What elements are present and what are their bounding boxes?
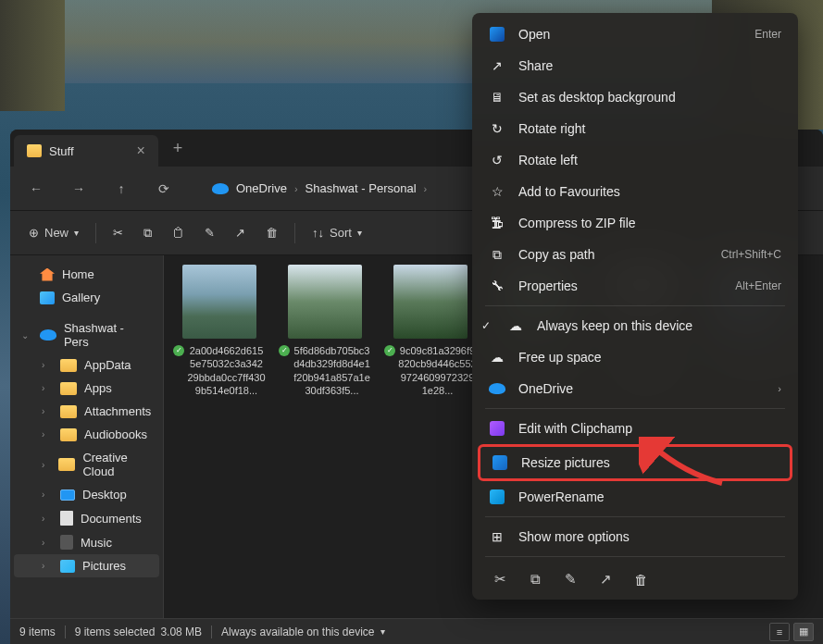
ctx-label: PowerRename [518, 489, 605, 504]
sidebar-label: Creative Cloud [82, 451, 152, 478]
rotate-right-icon: ↻ [489, 120, 505, 137]
ctx-always-keep[interactable]: ✓ ☁ Always keep on this device [478, 310, 792, 341]
chevron-right-icon[interactable]: › [42, 360, 53, 370]
ctx-show-more[interactable]: ⊞ Show more options [478, 521, 792, 552]
share-button[interactable]: ↗ [596, 570, 615, 588]
sidebar-item-home[interactable]: Home [14, 263, 159, 286]
close-tab-icon[interactable]: × [137, 142, 145, 159]
ctx-rotate-right[interactable]: ↻ Rotate right [478, 113, 792, 144]
sidebar-label: Audiobooks [84, 427, 147, 441]
file-thumbnail[interactable]: ✓2a00d4662d6155e75032c3a34229bbda0cc7ff4… [173, 265, 266, 396]
sidebar-item-documents[interactable]: › Documents [14, 506, 159, 530]
copy-path-icon: ⧉ [489, 246, 505, 263]
sync-check-icon: ✓ [173, 345, 184, 356]
cut-button[interactable]: ✂ [104, 217, 132, 250]
sidebar-item-onedrive[interactable]: ⌄ Shashwat - Pers [14, 316, 159, 353]
chevron-right-icon[interactable]: › [42, 489, 53, 500]
chevron-right-icon[interactable]: › [42, 406, 53, 416]
forward-button[interactable]: → [62, 172, 95, 205]
share-button[interactable]: ↗ [226, 217, 255, 250]
onedrive-icon [40, 329, 56, 341]
ctx-properties[interactable]: 🔧︎ Properties Alt+Enter [478, 270, 792, 302]
address-bar[interactable]: OneDrive › Shashwat - Personal › [203, 174, 436, 204]
ctx-set-background[interactable]: 🖥︎ Set as desktop background [478, 81, 792, 113]
sort-button[interactable]: ↑↓ Sort ▾ [303, 217, 371, 250]
sidebar-label: Attachments [84, 404, 151, 418]
sidebar-label: Home [62, 267, 94, 281]
breadcrumb-seg1[interactable]: Shashwat - Personal [306, 181, 417, 195]
sidebar-label: Desktop [82, 488, 127, 502]
sidebar-item-creative-cloud[interactable]: › Creative Cloud [14, 446, 159, 483]
ctx-copy-path[interactable]: ⧉ Copy as path Ctrl+Shift+C [478, 239, 792, 270]
ctx-label: Share [518, 58, 553, 73]
delete-button[interactable]: 🗑︎ [631, 570, 650, 588]
document-icon [60, 511, 73, 526]
up-button[interactable]: ↑ [105, 172, 138, 205]
new-label: New [44, 226, 69, 240]
check-icon: ✓ [481, 319, 494, 332]
sidebar-item-gallery[interactable]: Gallery [14, 286, 159, 309]
file-thumbnail[interactable]: ✓9c09c81a3296f9820cb9d446c55297246099723… [384, 265, 477, 396]
ctx-label: Copy as path [518, 247, 595, 262]
chevron-right-icon[interactable]: › [42, 561, 53, 571]
ctx-label: Set as desktop background [518, 90, 676, 105]
rename-button[interactable]: ✎ [561, 570, 580, 588]
chevron-right-icon[interactable]: › [42, 429, 53, 440]
ctx-add-favourites[interactable]: ☆ Add to Favourites [478, 176, 792, 207]
chevron-right-icon[interactable]: › [42, 383, 53, 393]
chevron-down-icon: ▾ [357, 228, 362, 238]
sidebar-label: Shashwat - Pers [64, 321, 152, 349]
cut-button[interactable]: ✂ [491, 570, 509, 588]
new-button[interactable]: ⊕ New ▾ [19, 217, 88, 250]
cloud-sync-icon: ☁ [507, 317, 524, 334]
file-thumbnail[interactable]: ✓5f6d86db705bc3d4db329fd8d4e1f20b941a857… [279, 265, 371, 396]
delete-button[interactable]: 🗑︎ [256, 217, 287, 250]
separator [485, 408, 785, 409]
onedrive-icon [489, 383, 505, 394]
cloud-icon: ☁ [489, 349, 505, 365]
chevron-right-icon[interactable]: › [42, 460, 51, 470]
sidebar-item-apps[interactable]: › Apps [14, 377, 159, 400]
ctx-onedrive[interactable]: OneDrive › [478, 373, 792, 404]
sort-label: Sort [330, 226, 352, 240]
ctx-free-space[interactable]: ☁ Free up space [478, 341, 792, 373]
ctx-open[interactable]: Open Enter [478, 19, 792, 50]
chevron-down-icon[interactable]: ▾ [380, 626, 385, 637]
view-toggle: ≡ ▦ [769, 623, 814, 641]
chevron-down-icon[interactable]: ⌄ [21, 330, 32, 341]
sidebar-item-desktop[interactable]: › Desktop [14, 483, 159, 506]
ctx-resize-pictures[interactable]: Resize pictures [478, 444, 792, 481]
tab-stuff[interactable]: Stuff × [14, 135, 158, 167]
new-tab-button[interactable]: + [173, 139, 183, 158]
sidebar-item-audiobooks[interactable]: › Audiobooks [14, 423, 159, 446]
copy-button[interactable]: ⧉ [526, 570, 544, 588]
breadcrumb-root[interactable]: OneDrive [236, 181, 287, 195]
sidebar-item-music[interactable]: › Music [14, 530, 159, 554]
details-view-button[interactable]: ≡ [769, 623, 790, 641]
chevron-right-icon[interactable]: › [42, 514, 53, 524]
share-icon: ↗ [235, 226, 245, 240]
back-button[interactable]: ← [19, 172, 53, 205]
ctx-share[interactable]: ↗ Share [478, 50, 792, 81]
scissors-icon: ✂ [113, 226, 123, 240]
music-icon [60, 535, 73, 550]
chevron-right-icon[interactable]: › [42, 538, 53, 548]
ctx-compress-zip[interactable]: 🗜︎ Compress to ZIP file [478, 207, 792, 239]
ctx-rotate-left[interactable]: ↺ Rotate left [478, 144, 792, 176]
sidebar-item-attachments[interactable]: › Attachments [14, 400, 159, 423]
ctx-clipchamp[interactable]: Edit with Clipchamp [478, 413, 792, 444]
copy-button[interactable]: ⧉ [134, 217, 161, 250]
thumbnails-view-button[interactable]: ▦ [793, 623, 814, 641]
refresh-button[interactable]: ⟳ [147, 172, 181, 205]
rename-button[interactable]: ✎ [195, 217, 224, 250]
sort-icon: ↑↓ [312, 226, 324, 240]
ctx-label: Open [518, 27, 550, 42]
sidebar-item-appdata[interactable]: › AppData [14, 353, 159, 377]
home-icon [40, 268, 55, 281]
paste-button[interactable]: 📋︎ [163, 217, 193, 250]
chevron-right-icon: › [424, 183, 428, 194]
ctx-powerrename[interactable]: PowerRename [478, 481, 792, 513]
sidebar-item-pictures[interactable]: › Pictures [14, 554, 159, 577]
desktop-icon: 🖥︎ [489, 89, 505, 105]
file-name: 2a00d4662d6155e75032c3a34229bbda0cc7ff43… [187, 344, 266, 396]
